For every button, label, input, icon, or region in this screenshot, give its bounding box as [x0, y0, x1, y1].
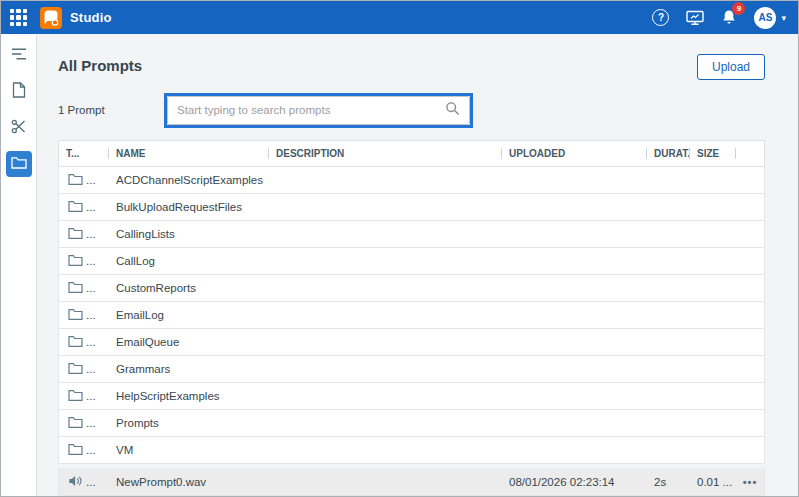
row-type-cell: ...	[59, 167, 109, 193]
row-name: VM	[109, 437, 269, 463]
topbar-actions: ? 9 AS ▾	[652, 7, 786, 29]
row-size	[690, 275, 736, 301]
row-type-text: ...	[86, 309, 96, 321]
table-row[interactable]: ... BulkUploadRequestFiles	[58, 194, 765, 221]
row-size	[690, 194, 736, 220]
row-description	[269, 194, 502, 220]
row-duration	[647, 221, 690, 247]
column-header-duration[interactable]: DURAT...	[647, 141, 690, 166]
row-actions	[736, 275, 764, 301]
row-actions	[736, 329, 764, 355]
row-type-text: ...	[86, 228, 96, 240]
row-name: EmailQueue	[109, 329, 269, 355]
row-type-cell: ...	[59, 383, 109, 409]
row-type-cell: ...	[59, 437, 109, 463]
column-header-uploaded[interactable]: UPLOADED	[502, 141, 647, 166]
user-menu[interactable]: AS ▾	[754, 7, 786, 29]
studio-logo-icon	[40, 7, 62, 29]
row-actions	[736, 383, 764, 409]
folder-icon	[68, 389, 83, 403]
table-row[interactable]: ... ACDChannelScriptExamples	[58, 167, 765, 194]
table-row[interactable]: ... VM	[58, 437, 765, 464]
sidebar-item-browse-files[interactable]	[6, 151, 32, 177]
column-header-name[interactable]: NAME	[109, 141, 269, 166]
sidebar-item-snippets[interactable]	[6, 115, 32, 141]
row-size	[690, 221, 736, 247]
sidebar-item-scripts[interactable]	[6, 43, 32, 69]
row-actions	[736, 302, 764, 328]
row-options-menu-button[interactable]: •••	[736, 468, 764, 495]
scissors-icon	[11, 119, 26, 138]
table-row[interactable]: ... CallLog	[58, 248, 765, 275]
row-name: BulkUploadRequestFiles	[109, 194, 269, 220]
row-actions	[736, 167, 764, 193]
search-input[interactable]	[177, 104, 445, 116]
row-uploaded	[502, 329, 647, 355]
prompt-count-label: 1 Prompt	[58, 104, 164, 116]
column-header-description[interactable]: DESCRIPTION	[269, 141, 502, 166]
column-header-size[interactable]: SIZE	[690, 141, 736, 166]
notification-badge: 9	[732, 2, 745, 15]
row-type-cell: ...	[59, 221, 109, 247]
row-uploaded: 08/01/2026 02:23:14	[502, 468, 647, 495]
row-duration: 2s	[647, 468, 690, 495]
row-name: CallingLists	[109, 221, 269, 247]
row-size	[690, 329, 736, 355]
app-launcher-icon[interactable]	[10, 9, 27, 26]
row-type-cell: ...	[59, 329, 109, 355]
row-type-cell: ...	[59, 194, 109, 220]
table-row[interactable]: ... EmailQueue	[58, 329, 765, 356]
row-type-cell: ...	[59, 410, 109, 436]
app-title: Studio	[70, 10, 112, 25]
row-type-text: ...	[86, 174, 96, 186]
folder-icon	[68, 200, 83, 214]
table-row-selected[interactable]: ... NewPrompt0.wav 08/01/2026 02:23:14 2…	[58, 468, 765, 496]
notifications-bell-icon[interactable]: 9	[721, 9, 737, 26]
row-size: 0.01 ...	[690, 468, 736, 495]
search-highlight-callout	[164, 93, 473, 128]
row-duration	[647, 194, 690, 220]
table-row[interactable]: ... CallingLists	[58, 221, 765, 248]
toolbar: 1 Prompt	[58, 92, 765, 128]
row-type-text: ...	[86, 282, 96, 294]
row-actions	[736, 194, 764, 220]
table-row[interactable]: ... Prompts	[58, 410, 765, 437]
row-type-text: ...	[86, 363, 96, 375]
help-icon[interactable]: ?	[652, 9, 669, 26]
folder-icon	[68, 416, 83, 430]
column-header-actions	[736, 141, 764, 166]
folder-icon	[68, 254, 83, 268]
row-size	[690, 410, 736, 436]
table-row[interactable]: ... EmailLog	[58, 302, 765, 329]
row-description	[269, 383, 502, 409]
upload-button[interactable]: Upload	[697, 54, 765, 80]
sidebar-item-documents[interactable]	[6, 79, 32, 105]
row-duration	[647, 329, 690, 355]
main-content: All Prompts Upload 1 Prompt	[37, 34, 798, 496]
row-description	[269, 356, 502, 382]
row-description	[269, 275, 502, 301]
row-type-cell: ...	[59, 356, 109, 382]
app-window: Studio ? 9 AS ▾	[0, 0, 799, 497]
script-lines-icon	[11, 47, 27, 65]
app-body: All Prompts Upload 1 Prompt	[1, 34, 798, 496]
column-header-type[interactable]: T...	[59, 141, 109, 166]
row-actions	[736, 221, 764, 247]
row-description	[269, 329, 502, 355]
screen-monitor-icon[interactable]	[686, 10, 704, 26]
row-uploaded	[502, 167, 647, 193]
table-row[interactable]: ... CustomReports	[58, 275, 765, 302]
row-description	[269, 248, 502, 274]
row-name: NewPrompt0.wav	[109, 468, 269, 495]
search-box	[167, 96, 470, 125]
row-description	[269, 167, 502, 193]
row-type-text: ...	[86, 417, 96, 429]
table-row[interactable]: ... HelpScriptExamples	[58, 383, 765, 410]
row-type-text: ...	[86, 390, 96, 402]
row-description	[269, 468, 502, 495]
table-row[interactable]: ... Grammars	[58, 356, 765, 383]
row-size	[690, 437, 736, 463]
audio-speaker-icon	[68, 475, 83, 489]
row-size	[690, 383, 736, 409]
search-icon[interactable]	[445, 101, 460, 120]
